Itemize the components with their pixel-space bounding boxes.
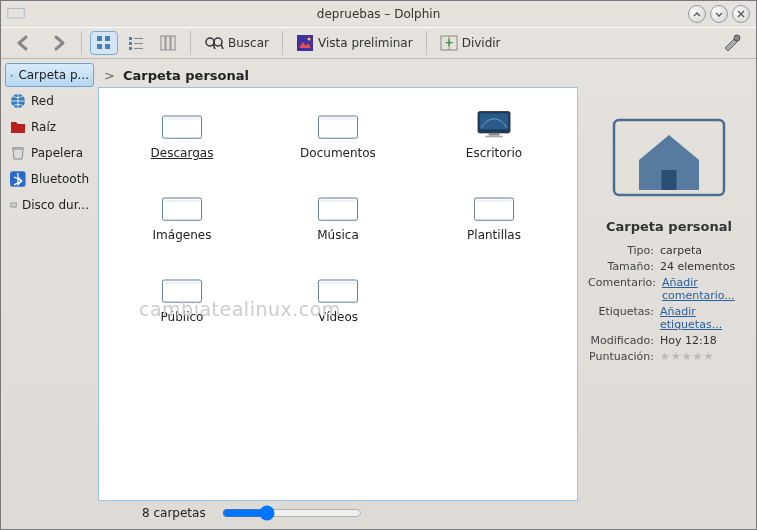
statusbar: 8 carpetas bbox=[98, 501, 578, 525]
svg-rect-23 bbox=[161, 36, 165, 50]
folder-icon bbox=[160, 190, 204, 222]
info-row: Tamaño:24 elementos bbox=[588, 260, 750, 273]
preview-label: Vista preliminar bbox=[318, 36, 413, 50]
breadcrumb[interactable]: > Carpeta personal bbox=[98, 63, 578, 87]
info-row: Etiquetas:Añadir etiquetas... bbox=[588, 305, 750, 331]
svg-rect-20 bbox=[134, 43, 143, 44]
svg-rect-24 bbox=[166, 36, 170, 50]
svg-rect-21 bbox=[129, 47, 132, 50]
info-value[interactable]: Añadir comentario... bbox=[662, 276, 750, 302]
file-item[interactable]: Música bbox=[265, 190, 411, 242]
globe-icon bbox=[10, 93, 26, 109]
forward-button[interactable] bbox=[43, 31, 73, 55]
breadcrumb-arrow: > bbox=[104, 68, 115, 83]
file-item[interactable]: Descargas bbox=[109, 108, 255, 160]
status-count: 8 carpetas bbox=[142, 506, 206, 520]
trash-icon bbox=[10, 145, 26, 161]
file-item[interactable]: Escritorio bbox=[421, 108, 567, 160]
folder-icon bbox=[316, 108, 360, 140]
sidebar-item-label: Papelera bbox=[31, 146, 83, 160]
info-value[interactable]: Añadir etiquetas... bbox=[660, 305, 750, 331]
folder-icon bbox=[472, 190, 516, 222]
svg-text:+: + bbox=[444, 36, 453, 49]
sidebar-item-0[interactable]: Carpeta p... bbox=[5, 63, 94, 87]
places-sidebar: Carpeta p...RedRaízPapeleraBluetoothDisc… bbox=[1, 59, 98, 529]
disk-icon bbox=[10, 197, 17, 213]
info-folder-icon bbox=[599, 85, 739, 205]
folder-icon bbox=[160, 108, 204, 140]
search-label: Buscar bbox=[228, 36, 269, 50]
breadcrumb-current: Carpeta personal bbox=[123, 68, 249, 83]
back-button[interactable] bbox=[9, 31, 39, 55]
info-key: Comentario: bbox=[588, 276, 656, 302]
folder-icon bbox=[316, 190, 360, 222]
separator bbox=[81, 31, 82, 55]
sidebar-item-label: Bluetooth bbox=[31, 172, 89, 186]
split-button[interactable]: +Dividir bbox=[435, 31, 506, 55]
sidebar-item-label: Carpeta p... bbox=[18, 68, 89, 82]
minimize-button[interactable] bbox=[688, 5, 706, 23]
search-button[interactable]: Buscar bbox=[199, 31, 274, 55]
svg-rect-13 bbox=[97, 36, 102, 41]
preview-button[interactable]: Vista preliminar bbox=[291, 31, 418, 55]
info-value: carpeta bbox=[660, 244, 750, 257]
watermark: cambiatealinux.com bbox=[139, 298, 341, 320]
details-view-button[interactable] bbox=[122, 31, 150, 55]
info-row: Puntuación:★★★★★ bbox=[588, 350, 750, 363]
file-item[interactable]: Imágenes bbox=[109, 190, 255, 242]
svg-rect-15 bbox=[97, 44, 102, 49]
info-row: Tipo:carpeta bbox=[588, 244, 750, 257]
svg-rect-22 bbox=[134, 48, 143, 49]
info-title: Carpeta personal bbox=[606, 219, 732, 234]
sidebar-item-label: Disco dur... bbox=[22, 198, 89, 212]
info-row: Comentario:Añadir comentario... bbox=[588, 276, 750, 302]
close-button[interactable] bbox=[732, 5, 750, 23]
toolbar: Buscar Vista preliminar +Dividir bbox=[1, 27, 756, 59]
titlebar: depruebas – Dolphin bbox=[1, 1, 756, 27]
svg-point-33 bbox=[734, 35, 740, 41]
sidebar-item-label: Raíz bbox=[31, 120, 56, 134]
file-label: Descargas bbox=[151, 146, 214, 160]
red-folder-icon bbox=[10, 119, 26, 135]
svg-rect-17 bbox=[129, 37, 132, 40]
svg-rect-28 bbox=[297, 35, 313, 51]
separator bbox=[190, 31, 191, 55]
window-title: depruebas – Dolphin bbox=[317, 7, 440, 21]
sidebar-item-label: Red bbox=[31, 94, 54, 108]
sidebar-item-1[interactable]: Red bbox=[5, 89, 94, 113]
svg-rect-19 bbox=[129, 42, 132, 45]
info-key: Modificado: bbox=[588, 334, 654, 347]
svg-rect-18 bbox=[134, 38, 143, 39]
info-key: Tipo: bbox=[588, 244, 654, 257]
desktop-icon bbox=[472, 108, 516, 140]
info-key: Tamaño: bbox=[588, 260, 654, 273]
app-icon bbox=[7, 5, 25, 23]
info-value: ★★★★★ bbox=[660, 350, 750, 363]
file-item[interactable]: Documentos bbox=[265, 108, 411, 160]
icons-view-button[interactable] bbox=[90, 31, 118, 55]
file-view[interactable]: DescargasDocumentosEscritorioImágenesMús… bbox=[98, 87, 578, 501]
sidebar-item-3[interactable]: Papelera bbox=[5, 141, 94, 165]
file-label: Documentos bbox=[300, 146, 376, 160]
bluetooth-icon bbox=[10, 171, 26, 187]
configure-button[interactable] bbox=[716, 31, 748, 55]
svg-point-29 bbox=[307, 38, 310, 41]
zoom-slider[interactable] bbox=[222, 505, 362, 521]
file-label: Imágenes bbox=[153, 228, 212, 242]
split-label: Dividir bbox=[462, 36, 501, 50]
info-value: Hoy 12:18 bbox=[660, 334, 750, 347]
sidebar-item-4[interactable]: Bluetooth bbox=[5, 167, 94, 191]
file-item[interactable]: Plantillas bbox=[421, 190, 567, 242]
svg-rect-14 bbox=[105, 36, 110, 41]
info-value: 24 elementos bbox=[660, 260, 750, 273]
separator bbox=[426, 31, 427, 55]
columns-view-button[interactable] bbox=[154, 31, 182, 55]
info-key: Puntuación: bbox=[588, 350, 654, 363]
file-label: Plantillas bbox=[467, 228, 521, 242]
separator bbox=[282, 31, 283, 55]
information-panel: Carpeta personal Tipo:carpetaTamaño:24 e… bbox=[582, 59, 756, 529]
svg-rect-25 bbox=[171, 36, 175, 50]
sidebar-item-5[interactable]: Disco dur... bbox=[5, 193, 94, 217]
sidebar-item-2[interactable]: Raíz bbox=[5, 115, 94, 139]
maximize-button[interactable] bbox=[710, 5, 728, 23]
